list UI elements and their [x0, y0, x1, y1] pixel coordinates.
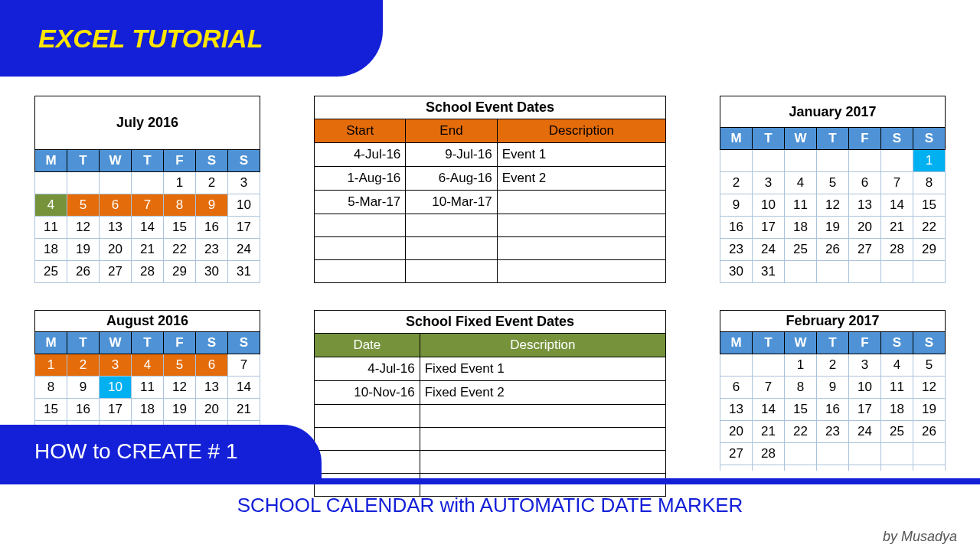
day-cell: 1	[913, 150, 946, 172]
dow-cell: W	[785, 332, 817, 354]
event-col-desc: Description	[497, 119, 665, 143]
day-cell: 27	[720, 443, 753, 465]
day-cell: 1	[785, 354, 817, 377]
day-cell: 21	[881, 217, 913, 239]
day-cell: 11	[35, 217, 67, 239]
calendar-aug16: August 2016MTWTFSS1234567891011121314151…	[34, 310, 260, 443]
day-cell: 11	[132, 377, 164, 399]
day-cell	[849, 443, 881, 465]
event-col-end: End	[406, 119, 497, 143]
dow-cell: T	[132, 332, 164, 354]
day-cell: 2	[196, 172, 228, 194]
day-cell: 4	[881, 354, 913, 377]
dow-cell: S	[881, 128, 913, 150]
dow-cell: T	[67, 332, 100, 354]
day-cell: 23	[720, 239, 753, 261]
day-cell	[881, 465, 913, 471]
day-cell: 14	[132, 217, 164, 239]
day-cell	[849, 261, 881, 283]
day-cell: 14	[881, 194, 913, 217]
day-cell: 6	[720, 377, 753, 399]
table-row	[315, 214, 666, 237]
day-cell: 31	[228, 261, 260, 283]
day-cell: 2	[817, 354, 849, 377]
day-cell: 28	[753, 443, 785, 465]
day-cell: 20	[100, 239, 132, 261]
calendar-feb17-wrap: February 2017MTWTFSS12345678910111213141…	[720, 310, 946, 471]
day-cell: 4	[785, 172, 817, 194]
day-cell: 13	[196, 377, 228, 399]
day-cell: 8	[785, 377, 817, 399]
day-cell: 30	[196, 261, 228, 283]
day-cell: 21	[753, 421, 785, 443]
day-cell: 30	[720, 261, 753, 283]
dow-cell: M	[35, 150, 67, 172]
day-cell: 3	[849, 354, 881, 377]
day-cell	[785, 443, 817, 465]
day-cell: 31	[753, 261, 785, 283]
day-cell: 18	[785, 217, 817, 239]
day-cell	[881, 443, 913, 465]
day-cell: 16	[720, 217, 753, 239]
month-name: July 2016	[35, 96, 260, 150]
day-cell	[881, 261, 913, 283]
day-cell	[785, 150, 817, 172]
day-cell: 15	[913, 194, 946, 217]
table-row	[315, 428, 666, 451]
byline: by Musadya	[883, 529, 957, 545]
day-cell	[132, 172, 164, 194]
day-cell: 19	[67, 239, 100, 261]
dow-cell: M	[35, 332, 67, 354]
dow-cell: T	[817, 332, 849, 354]
day-cell: 29	[913, 239, 946, 261]
day-cell: 12	[164, 377, 196, 399]
day-cell: 19	[817, 217, 849, 239]
day-cell: 7	[228, 354, 260, 377]
table-row: 4-Jul-169-Jul-16Event 1	[315, 143, 666, 167]
dow-cell: W	[785, 128, 817, 150]
day-cell: 14	[753, 399, 785, 421]
day-cell: 9	[720, 194, 753, 217]
day-cell: 3	[753, 172, 785, 194]
dow-cell: S	[913, 332, 946, 354]
day-cell: 13	[100, 217, 132, 239]
day-cell: 8	[913, 172, 946, 194]
day-cell: 10	[100, 377, 132, 399]
divider-band	[0, 478, 980, 484]
day-cell	[881, 150, 913, 172]
day-cell	[785, 261, 817, 283]
day-cell	[100, 172, 132, 194]
fixed-event-table: School Fixed Event Dates Date Descriptio…	[314, 310, 666, 497]
dow-cell: T	[753, 128, 785, 150]
day-cell: 20	[720, 421, 753, 443]
day-cell: 2	[67, 354, 100, 377]
fixed-col-date: Date	[315, 334, 420, 357]
day-cell	[785, 465, 817, 471]
day-cell: 6	[196, 354, 228, 377]
day-cell: 1	[35, 354, 67, 377]
day-cell: 26	[913, 421, 946, 443]
dow-cell: S	[196, 150, 228, 172]
dow-cell: M	[720, 332, 753, 354]
day-cell: 28	[132, 261, 164, 283]
day-cell: 24	[228, 239, 260, 261]
day-cell: 18	[132, 399, 164, 421]
table-row	[315, 451, 666, 474]
day-cell	[720, 354, 753, 377]
day-cell: 14	[228, 377, 260, 399]
dow-cell: S	[228, 332, 260, 354]
day-cell: 25	[785, 239, 817, 261]
subheader-label: HOW to CREATE # 1	[34, 439, 238, 464]
day-cell	[849, 150, 881, 172]
dow-cell: T	[817, 128, 849, 150]
day-cell: 11	[881, 377, 913, 399]
day-cell: 15	[785, 399, 817, 421]
day-cell	[720, 465, 753, 471]
fixed-col-desc: Description	[420, 334, 665, 357]
day-cell: 27	[100, 261, 132, 283]
day-cell: 18	[881, 399, 913, 421]
day-cell: 17	[228, 217, 260, 239]
day-cell: 6	[100, 194, 132, 217]
day-cell: 20	[849, 217, 881, 239]
day-cell: 19	[164, 399, 196, 421]
